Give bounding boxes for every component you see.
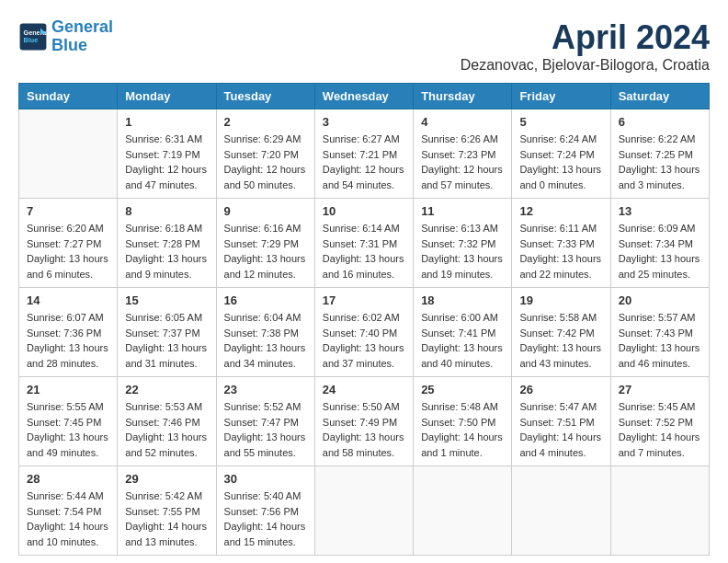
sunrise: Sunrise: 5:40 AM: [224, 488, 307, 504]
sunrise: Sunrise: 6:20 AM: [27, 221, 109, 236]
sun-info: Sunrise: 5:55 AMSunset: 7:45 PMDaylight:…: [27, 399, 109, 460]
calendar-cell: 30Sunrise: 5:40 AMSunset: 7:56 PMDayligh…: [216, 466, 314, 556]
calendar-week-5: 28Sunrise: 5:44 AMSunset: 7:54 PMDayligh…: [19, 466, 710, 556]
sunrise: Sunrise: 6:22 AM: [619, 132, 701, 147]
calendar-cell: 14Sunrise: 6:07 AMSunset: 7:36 PMDayligh…: [19, 288, 118, 377]
day-header-sunday: Sunday: [19, 84, 118, 109]
calendar-cell: 5Sunrise: 6:24 AMSunset: 7:24 PMDaylight…: [512, 109, 610, 199]
calendar-cell: 22Sunrise: 5:53 AMSunset: 7:46 PMDayligh…: [118, 377, 216, 466]
sunrise: Sunrise: 6:24 AM: [519, 132, 602, 147]
sunset: Sunset: 7:20 PM: [224, 147, 307, 163]
calendar-cell: 17Sunrise: 6:02 AMSunset: 7:40 PMDayligh…: [314, 288, 413, 377]
sunset: Sunset: 7:41 PM: [421, 326, 504, 341]
sunset: Sunset: 7:45 PM: [27, 415, 109, 431]
sun-info: Sunrise: 6:11 AMSunset: 7:33 PMDaylight:…: [519, 221, 602, 282]
day-number: 24: [323, 383, 405, 396]
sunset: Sunset: 7:32 PM: [421, 236, 504, 252]
calendar-cell: 28Sunrise: 5:44 AMSunset: 7:54 PMDayligh…: [19, 466, 118, 556]
calendar-cell: 21Sunrise: 5:55 AMSunset: 7:45 PMDayligh…: [19, 377, 118, 466]
calendar-cell: 29Sunrise: 5:42 AMSunset: 7:55 PMDayligh…: [118, 466, 216, 556]
sunrise: Sunrise: 6:18 AM: [125, 221, 208, 236]
sunrise: Sunrise: 5:50 AM: [323, 399, 405, 415]
daylight: Daylight: 13 hours and 43 minutes.: [519, 340, 602, 371]
sunrise: Sunrise: 5:48 AM: [421, 399, 504, 415]
calendar-cell: 19Sunrise: 5:58 AMSunset: 7:42 PMDayligh…: [512, 288, 610, 377]
sunset: Sunset: 7:46 PM: [125, 415, 208, 431]
day-number: 21: [27, 383, 109, 396]
daylight: Daylight: 12 hours and 57 minutes.: [421, 162, 504, 192]
day-number: 12: [519, 204, 602, 218]
sun-info: Sunrise: 5:42 AMSunset: 7:55 PMDaylight:…: [125, 488, 208, 549]
calendar-cell: 6Sunrise: 6:22 AMSunset: 7:25 PMDaylight…: [610, 109, 709, 199]
day-number: 27: [619, 383, 701, 396]
daylight: Daylight: 13 hours and 19 minutes.: [421, 251, 504, 282]
daylight: Daylight: 13 hours and 49 minutes.: [27, 430, 109, 460]
sunrise: Sunrise: 5:58 AM: [519, 310, 602, 326]
sunrise: Sunrise: 5:55 AM: [27, 399, 109, 415]
sunset: Sunset: 7:33 PM: [519, 236, 602, 252]
sun-info: Sunrise: 6:22 AMSunset: 7:25 PMDaylight:…: [619, 132, 701, 192]
day-number: 6: [619, 115, 701, 129]
logo: General Blue General Blue: [18, 18, 113, 55]
day-number: 19: [519, 293, 602, 307]
sun-info: Sunrise: 5:47 AMSunset: 7:51 PMDaylight:…: [519, 399, 602, 460]
sunset: Sunset: 7:51 PM: [519, 415, 602, 431]
daylight: Daylight: 14 hours and 15 minutes.: [224, 519, 307, 549]
daylight: Daylight: 12 hours and 47 minutes.: [125, 162, 208, 192]
day-number: 16: [224, 293, 307, 307]
day-number: 7: [27, 204, 109, 218]
sunset: Sunset: 7:47 PM: [224, 415, 307, 431]
sunrise: Sunrise: 5:57 AM: [619, 310, 701, 326]
calendar-cell: [512, 466, 610, 556]
daylight: Daylight: 12 hours and 54 minutes.: [323, 162, 405, 192]
calendar-week-2: 7Sunrise: 6:20 AMSunset: 7:27 PMDaylight…: [19, 199, 710, 288]
sunrise: Sunrise: 6:00 AM: [421, 310, 504, 326]
calendar-cell: 3Sunrise: 6:27 AMSunset: 7:21 PMDaylight…: [314, 109, 413, 199]
calendar-cell: 26Sunrise: 5:47 AMSunset: 7:51 PMDayligh…: [512, 377, 610, 466]
day-number: 30: [224, 472, 307, 486]
daylight: Daylight: 13 hours and 58 minutes.: [323, 430, 405, 460]
sunrise: Sunrise: 5:47 AM: [519, 399, 602, 415]
day-number: 15: [125, 293, 208, 307]
sun-info: Sunrise: 6:24 AMSunset: 7:24 PMDaylight:…: [519, 132, 602, 192]
daylight: Daylight: 13 hours and 6 minutes.: [27, 251, 109, 282]
calendar-cell: 13Sunrise: 6:09 AMSunset: 7:34 PMDayligh…: [610, 199, 709, 288]
logo-line1: General: [51, 17, 113, 36]
day-header-saturday: Saturday: [610, 84, 709, 109]
calendar-cell: 25Sunrise: 5:48 AMSunset: 7:50 PMDayligh…: [414, 377, 512, 466]
sun-info: Sunrise: 6:31 AMSunset: 7:19 PMDaylight:…: [125, 132, 208, 192]
daylight: Daylight: 13 hours and 3 minutes.: [619, 162, 701, 192]
sunset: Sunset: 7:25 PM: [619, 147, 701, 163]
sunrise: Sunrise: 6:07 AM: [27, 310, 109, 326]
sun-info: Sunrise: 6:09 AMSunset: 7:34 PMDaylight:…: [619, 221, 701, 282]
day-number: 28: [27, 472, 109, 486]
calendar-cell: 4Sunrise: 6:26 AMSunset: 7:23 PMDaylight…: [414, 109, 512, 199]
calendar-cell: 1Sunrise: 6:31 AMSunset: 7:19 PMDaylight…: [118, 109, 216, 199]
calendar-cell: 27Sunrise: 5:45 AMSunset: 7:52 PMDayligh…: [610, 377, 709, 466]
sun-info: Sunrise: 6:07 AMSunset: 7:36 PMDaylight:…: [27, 310, 109, 371]
daylight: Daylight: 13 hours and 40 minutes.: [421, 340, 504, 371]
daylight: Daylight: 13 hours and 9 minutes.: [125, 251, 208, 282]
calendar-cell: 8Sunrise: 6:18 AMSunset: 7:28 PMDaylight…: [118, 199, 216, 288]
sunset: Sunset: 7:43 PM: [619, 326, 701, 341]
daylight: Daylight: 14 hours and 13 minutes.: [125, 519, 208, 549]
sun-info: Sunrise: 6:20 AMSunset: 7:27 PMDaylight:…: [27, 221, 109, 282]
day-number: 17: [323, 293, 405, 307]
sunset: Sunset: 7:36 PM: [27, 326, 109, 341]
daylight: Daylight: 13 hours and 55 minutes.: [224, 430, 307, 460]
sunset: Sunset: 7:42 PM: [519, 326, 602, 341]
sunset: Sunset: 7:56 PM: [224, 504, 307, 520]
day-number: 14: [27, 293, 109, 307]
calendar-week-3: 14Sunrise: 6:07 AMSunset: 7:36 PMDayligh…: [19, 288, 710, 377]
sunrise: Sunrise: 6:04 AM: [224, 310, 307, 326]
daylight: Daylight: 13 hours and 12 minutes.: [224, 251, 307, 282]
sun-info: Sunrise: 5:40 AMSunset: 7:56 PMDaylight:…: [224, 488, 307, 549]
calendar-cell: 11Sunrise: 6:13 AMSunset: 7:32 PMDayligh…: [414, 199, 512, 288]
sunset: Sunset: 7:21 PM: [323, 147, 405, 163]
sun-info: Sunrise: 6:00 AMSunset: 7:41 PMDaylight:…: [421, 310, 504, 371]
day-number: 5: [519, 115, 602, 129]
sun-info: Sunrise: 5:57 AMSunset: 7:43 PMDaylight:…: [619, 310, 701, 371]
daylight: Daylight: 13 hours and 22 minutes.: [519, 251, 602, 282]
calendar-cell: 24Sunrise: 5:50 AMSunset: 7:49 PMDayligh…: [314, 377, 413, 466]
calendar-cell: 12Sunrise: 6:11 AMSunset: 7:33 PMDayligh…: [512, 199, 610, 288]
